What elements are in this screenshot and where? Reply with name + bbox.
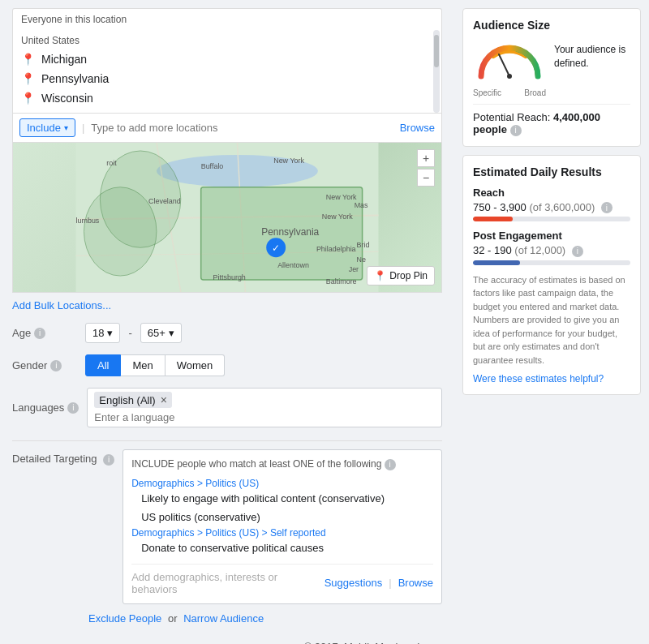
location-type-input[interactable] bbox=[91, 122, 396, 134]
gender-all-button[interactable]: All bbox=[85, 354, 121, 376]
pin-icon: 📍 bbox=[21, 72, 35, 85]
map-zoom-out[interactable]: − bbox=[417, 169, 435, 187]
add-bulk-link[interactable]: Add Bulk Locations... bbox=[12, 299, 111, 311]
location-list-scroll[interactable]: United States 📍 Michigan 📍 Pennsylvania … bbox=[13, 30, 441, 113]
reach-bar bbox=[473, 217, 630, 221]
include-label: Include bbox=[27, 122, 61, 134]
drop-pin-label: Drop Pin bbox=[389, 270, 428, 281]
browse-locations-link[interactable]: Browse bbox=[400, 122, 435, 134]
drop-pin-button[interactable]: 📍 Drop Pin bbox=[367, 266, 435, 286]
engagement-bar bbox=[473, 260, 630, 265]
gauge-container: Specific Broad Your audience is defined. bbox=[473, 40, 630, 97]
copyright-text: © 2017, MobileMonkey, Inc. bbox=[12, 641, 442, 645]
svg-text:Brid: Brid bbox=[357, 241, 370, 249]
potential-info-icon[interactable]: i bbox=[510, 125, 522, 136]
age-max-select[interactable]: 65+ ▾ bbox=[140, 323, 182, 343]
svg-text:Mas: Mas bbox=[355, 201, 368, 209]
audience-defined-text: Your audience is defined. bbox=[554, 40, 630, 71]
svg-text:New York: New York bbox=[326, 193, 357, 201]
svg-text:roit: roit bbox=[106, 159, 117, 167]
map-background: Cleveland Pittsburgh Allentown Philadelp… bbox=[13, 143, 441, 292]
languages-box: English (All) × bbox=[87, 388, 442, 427]
targeting-box: INCLUDE people who match at least ONE of… bbox=[122, 449, 442, 604]
languages-row: Languages i English (All) × bbox=[12, 388, 442, 427]
bottom-links: Exclude People or Narrow Audience bbox=[12, 612, 442, 625]
gauge-svg bbox=[473, 40, 546, 84]
svg-text:Allentown: Allentown bbox=[277, 261, 309, 269]
svg-text:Pennsylvania: Pennsylvania bbox=[261, 226, 319, 238]
location-country: United States bbox=[21, 35, 433, 46]
svg-text:Baltimore: Baltimore bbox=[326, 277, 357, 286]
targeting-input-row: Add demographics, interests or behaviors… bbox=[131, 564, 433, 595]
category-link-1[interactable]: Demographics > Politics (US) bbox=[131, 478, 259, 489]
languages-info-icon[interactable]: i bbox=[67, 402, 79, 414]
location-name-michigan: Michigan bbox=[41, 53, 87, 66]
language-input[interactable] bbox=[94, 411, 435, 423]
detailed-info-icon[interactable]: i bbox=[103, 454, 114, 466]
caret-icon: ▾ bbox=[64, 123, 68, 132]
location-name-pennsylvania: Pennsylvania bbox=[41, 72, 109, 85]
gender-info-icon[interactable]: i bbox=[50, 360, 62, 371]
gender-women-button[interactable]: Women bbox=[165, 354, 226, 376]
include-help-icon[interactable]: i bbox=[385, 459, 396, 470]
or-separator: or bbox=[168, 612, 180, 625]
helpful-link[interactable]: Were these estimates helpful? bbox=[473, 373, 630, 384]
map-container[interactable]: Cleveland Pittsburgh Allentown Philadelp… bbox=[12, 143, 442, 293]
reach-info-icon[interactable]: i bbox=[601, 202, 612, 213]
targeting-item-2: US politics (conservative) bbox=[131, 508, 433, 526]
gauge-wrap: Specific Broad bbox=[473, 40, 546, 97]
scroll-indicator bbox=[433, 30, 440, 113]
language-value: English (All) bbox=[99, 394, 155, 406]
category-link-2[interactable]: Demographics > Politics (US) > Self repo… bbox=[131, 527, 325, 539]
age-info-icon[interactable]: i bbox=[34, 328, 45, 339]
divider: | bbox=[82, 122, 84, 134]
age-min-caret: ▾ bbox=[107, 327, 113, 339]
targeting-placeholder[interactable]: Add demographics, interests or behaviors bbox=[131, 571, 324, 595]
location-header-text: Everyone in this location bbox=[21, 14, 127, 25]
location-name-wisconsin: Wisconsin bbox=[41, 92, 93, 105]
age-max-caret: ▾ bbox=[169, 327, 174, 339]
targeting-item-3: Donate to conservative political causes bbox=[131, 539, 433, 557]
svg-text:Buffalo: Buffalo bbox=[201, 162, 224, 170]
gender-men-button[interactable]: Men bbox=[121, 354, 165, 376]
gender-label: Gender i bbox=[12, 359, 77, 371]
svg-text:Philadelphia: Philadelphia bbox=[316, 245, 356, 253]
potential-reach-label: Potential Reach: bbox=[473, 111, 550, 123]
potential-reach: Potential Reach: 4,400,000 people i bbox=[473, 104, 630, 136]
svg-line-27 bbox=[499, 54, 509, 76]
browse-targeting-link[interactable]: Browse bbox=[398, 577, 433, 589]
location-header: Everyone in this location bbox=[12, 8, 442, 30]
targeting-item-1: Likely to engage with political content … bbox=[131, 489, 433, 508]
map-zoom-in[interactable]: + bbox=[417, 149, 435, 167]
location-list-box: United States 📍 Michigan 📍 Pennsylvania … bbox=[12, 30, 442, 114]
specific-label: Specific bbox=[473, 88, 501, 97]
include-bar: Include ▾ | Browse bbox=[12, 114, 442, 143]
engagement-info-icon[interactable]: i bbox=[572, 246, 583, 257]
gender-group: All Men Women bbox=[85, 354, 225, 376]
pin-icon-small: 📍 bbox=[374, 270, 386, 281]
svg-text:New York: New York bbox=[273, 157, 304, 165]
suggestions-link[interactable]: Suggestions bbox=[324, 577, 383, 589]
include-button[interactable]: Include ▾ bbox=[19, 118, 75, 137]
narrow-audience-link[interactable]: Narrow Audience bbox=[183, 612, 264, 625]
reach-bar-fill bbox=[473, 217, 513, 221]
svg-point-8 bbox=[84, 187, 157, 276]
svg-text:Jer: Jer bbox=[349, 265, 359, 273]
gauge-labels: Specific Broad bbox=[473, 88, 546, 97]
gender-row: Gender i All Men Women bbox=[12, 354, 442, 376]
languages-label: Languages i bbox=[12, 401, 79, 414]
svg-point-28 bbox=[507, 74, 512, 79]
language-remove-button[interactable]: × bbox=[161, 393, 167, 406]
engagement-label: Post Engagement bbox=[473, 230, 630, 242]
reach-value: 750 - 3,900 (of 3,600,000) i bbox=[473, 201, 630, 214]
age-label: Age i bbox=[12, 327, 77, 339]
list-item: 📍 Pennsylvania bbox=[21, 69, 433, 88]
svg-text:New York: New York bbox=[322, 213, 353, 221]
action-separator: | bbox=[389, 577, 391, 589]
audience-size-card: Audience Size bbox=[462, 8, 641, 147]
age-min-select[interactable]: 18 ▾ bbox=[85, 323, 120, 343]
exclude-people-link[interactable]: Exclude People bbox=[88, 612, 161, 625]
svg-text:✓: ✓ bbox=[272, 243, 280, 254]
list-item: 📍 Michigan bbox=[21, 49, 433, 69]
engagement-bar-fill bbox=[473, 260, 520, 265]
